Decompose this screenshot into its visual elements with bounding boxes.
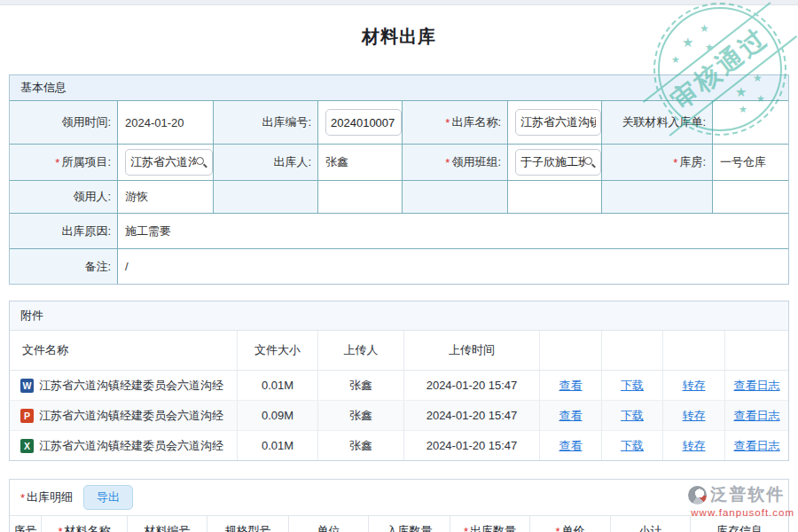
transfer-link[interactable]: 转存 xyxy=(683,408,706,424)
basic-row-1: 领用时间: 2024-01-20 出库编号: 2024010007 * 出库名称… xyxy=(10,101,788,144)
attach-col-header-empty xyxy=(602,331,663,370)
detail-col-header: *出库数量 xyxy=(450,516,530,532)
attachment-uploader: 张鑫 xyxy=(318,371,404,400)
basic-row-5: 备注: / xyxy=(10,248,788,284)
attachment-file-name[interactable]: P江苏省六道沟镇经建委员会六道沟经 xyxy=(10,401,238,430)
detail-col-header: 序号 xyxy=(10,516,42,532)
vendor-url: www.fanpusoft.com xyxy=(688,507,794,518)
attachment-action-cell: 转存 xyxy=(663,371,725,400)
attachments-header: 附件 xyxy=(10,301,788,331)
project-cell: 江苏省六道沟 xyxy=(118,145,214,180)
attachment-file-name[interactable]: W江苏省六道沟镇经建委员会六道沟经 xyxy=(10,371,238,400)
attachment-action-cell: 下载 xyxy=(602,371,663,400)
receive-team-label: * 领用班组: xyxy=(403,145,508,180)
attachment-row: X江苏省六道沟镇经建委员会六道沟经0.01M张鑫2024-01-20 15:47… xyxy=(10,430,788,460)
download-link[interactable]: 下载 xyxy=(621,378,644,394)
view-link[interactable]: 查看 xyxy=(559,438,583,454)
attachment-upload-time: 2024-01-20 15:47 xyxy=(404,371,540,400)
view-log-link[interactable]: 查看日志 xyxy=(734,438,780,454)
basic-info-header: 基本信息 xyxy=(10,75,788,101)
receiver-value: 游恢 xyxy=(118,181,214,213)
search-icon[interactable] xyxy=(196,157,207,168)
empty-label-cell xyxy=(403,181,508,213)
attachment-file-name-text: 江苏省六道沟镇经建委员会六道沟经 xyxy=(39,408,223,424)
attachments-table-header: 文件名称文件大小上传人上传时间 xyxy=(10,331,788,371)
attach-col-header-empty xyxy=(540,331,602,370)
detail-col-header: 库存信息 xyxy=(691,516,788,532)
attach-col-header: 上传时间 xyxy=(404,331,540,370)
attachment-file-name-text: 江苏省六道沟镇经建委员会六道沟经 xyxy=(39,438,223,454)
detail-col-header: *材料名称 xyxy=(42,516,128,532)
vendor-logo-icon xyxy=(688,486,707,505)
attachment-upload-time: 2024-01-20 15:47 xyxy=(404,431,540,460)
receiver-label: 领用人: xyxy=(10,181,118,213)
attachments-section: 附件 文件名称文件大小上传人上传时间 W江苏省六道沟镇经建委员会六道沟经0.01… xyxy=(9,301,789,461)
outbound-no-label: 出库编号: xyxy=(214,101,318,144)
attachment-action-cell: 查看日志 xyxy=(725,401,788,430)
receive-team-picker-input[interactable]: 于子欣施工班 xyxy=(515,149,601,176)
warehouse-label: * 库房: xyxy=(602,145,713,180)
detail-section: * 出库明细 导出 序号*材料名称材料编号规格型号单位入库数量*出库数量*单价小… xyxy=(9,479,789,532)
project-label: * 所属项目: xyxy=(10,145,118,180)
empty-value-cell xyxy=(318,181,403,213)
outbound-name-input[interactable]: 江苏省六道沟镇 xyxy=(515,109,601,136)
receive-time-value: 2024-01-20 xyxy=(118,101,214,144)
vendor-watermark: 泛普软件 www.fanpusoft.com xyxy=(688,483,794,518)
vendor-brand: 泛普软件 xyxy=(710,483,785,506)
attachment-uploader: 张鑫 xyxy=(318,431,404,460)
warehouse-value: 一号仓库 xyxy=(713,145,788,180)
basic-row-4: 出库原因: 施工需要 xyxy=(10,213,788,248)
empty-value-cell xyxy=(508,181,602,213)
attachment-file-size: 0.09M xyxy=(238,401,318,430)
remark-label: 备注: xyxy=(10,249,118,284)
required-mark: * xyxy=(555,525,559,532)
attachment-file-name-text: 江苏省六道沟镇经建委员会六道沟经 xyxy=(39,378,223,394)
attach-col-header-empty xyxy=(663,331,725,370)
view-link[interactable]: 查看 xyxy=(559,378,583,394)
attach-col-header: 上传人 xyxy=(318,331,404,370)
detail-col-header: 材料编号 xyxy=(128,516,207,532)
outbound-person-label: 出库人: xyxy=(214,145,318,180)
receive-time-label: 领用时间: xyxy=(10,101,118,144)
word-file-icon: W xyxy=(20,379,34,393)
attachment-file-name[interactable]: X江苏省六道沟镇经建委员会六道沟经 xyxy=(10,431,238,460)
star-icon: ★ xyxy=(671,54,680,66)
basic-row-2: * 所属项目: 江苏省六道沟 出库人: 张鑫 * 领用班组: 于子欣施工班 * … xyxy=(10,144,788,180)
detail-table-header: 序号*材料名称材料编号规格型号单位入库数量*出库数量*单价小计库存信息 xyxy=(10,516,788,532)
transfer-link[interactable]: 转存 xyxy=(683,378,706,394)
receive-team-cell: 于子欣施工班 xyxy=(508,145,602,180)
reason-value: 施工需要 xyxy=(118,214,788,248)
download-link[interactable]: 下载 xyxy=(621,438,644,454)
view-link[interactable]: 查看 xyxy=(559,408,583,424)
detail-col-header: 规格型号 xyxy=(207,516,289,532)
download-link[interactable]: 下载 xyxy=(621,408,644,424)
outbound-no-cell: 2024010007 xyxy=(318,101,403,144)
view-log-link[interactable]: 查看日志 xyxy=(734,408,780,424)
empty-label-cell xyxy=(214,181,318,213)
detail-col-header: 单位 xyxy=(289,516,369,532)
export-button[interactable]: 导出 xyxy=(83,485,133,510)
attachment-action-cell: 查看日志 xyxy=(725,431,788,460)
attachment-file-size: 0.01M xyxy=(238,371,318,400)
required-mark: * xyxy=(464,525,468,532)
outbound-person-value: 张鑫 xyxy=(318,145,403,180)
outbound-no-input[interactable]: 2024010007 xyxy=(325,109,402,136)
attachment-action-cell: 查看 xyxy=(540,371,602,400)
attachment-row: P江苏省六道沟镇经建委员会六道沟经0.09M张鑫2024-01-20 15:47… xyxy=(10,400,788,430)
detail-col-header: *单价 xyxy=(530,516,611,532)
detail-section-header: * 出库明细 导出 xyxy=(10,480,788,516)
empty-label-cell xyxy=(602,181,713,213)
attach-col-header-empty xyxy=(725,331,788,370)
empty-value-cell xyxy=(713,181,788,213)
transfer-link[interactable]: 转存 xyxy=(683,438,706,454)
attachment-action-cell: 查看 xyxy=(540,401,602,430)
search-icon[interactable] xyxy=(584,157,596,168)
view-log-link[interactable]: 查看日志 xyxy=(734,378,780,394)
project-picker-input[interactable]: 江苏省六道沟 xyxy=(125,149,213,176)
attachment-action-cell: 查看 xyxy=(540,431,602,460)
attachment-action-cell: 下载 xyxy=(602,401,663,430)
excel-file-icon: X xyxy=(20,439,34,453)
detail-col-header: 小计 xyxy=(611,516,691,532)
top-strip xyxy=(0,0,798,5)
ppt-file-icon: P xyxy=(20,409,34,423)
